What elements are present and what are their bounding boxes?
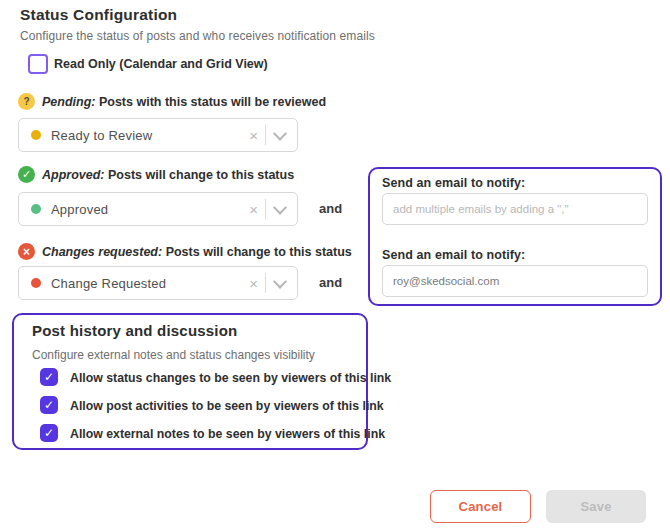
approved-status-select[interactable]: Approved × — [18, 192, 298, 226]
and-connector: and — [319, 275, 342, 290]
changes-requested-description: Posts will change to this status — [162, 245, 352, 259]
pending-status-dot — [31, 130, 41, 140]
post-activities-visibility-label: Allow post activities to be seen by view… — [70, 399, 384, 413]
pending-status-select[interactable]: Ready to Review × — [18, 118, 298, 152]
check-glyph: ✓ — [22, 168, 31, 181]
changes-requested-status-label: Changes requested: Posts will change to … — [42, 245, 352, 259]
checkmark-icon: ✓ — [44, 427, 54, 439]
cross-glyph: × — [23, 245, 30, 259]
clear-icon[interactable]: × — [242, 128, 265, 143]
pending-selected-value: Ready to Review — [51, 128, 242, 143]
approved-selected-value: Approved — [51, 202, 242, 217]
and-connector: and — [319, 201, 342, 216]
read-only-checkbox[interactable] — [28, 54, 48, 74]
read-only-label: Read Only (Calendar and Grid View) — [54, 57, 268, 71]
post-history-panel: Post history and discussion Configure ex… — [12, 313, 368, 450]
changes-requested-status-dot — [31, 278, 41, 288]
clear-icon[interactable]: × — [242, 276, 265, 291]
email-notify-label-approved: Send an email to notify: — [382, 176, 525, 190]
page-subtitle: Configure the status of posts and who re… — [20, 29, 375, 43]
status-changes-visibility-checkbox[interactable]: ✓ — [40, 368, 58, 386]
chevron-down-icon[interactable] — [266, 204, 289, 214]
approved-term: Approved: — [42, 168, 105, 182]
status-changes-visibility-label: Allow status changes to be seen by viewe… — [70, 371, 391, 385]
approved-email-input[interactable] — [382, 193, 648, 225]
clear-icon[interactable]: × — [242, 202, 265, 217]
pending-status-label: Pending: Posts with this status will be … — [42, 95, 326, 109]
chevron-down-icon[interactable] — [266, 278, 289, 288]
approved-status-label: Approved: Posts will change to this stat… — [42, 168, 294, 182]
checkmark-icon: ✓ — [44, 399, 54, 411]
post-activities-visibility-checkbox[interactable]: ✓ — [40, 396, 58, 414]
cancel-button[interactable]: Cancel — [430, 490, 531, 523]
pending-description: Posts with this status will be reviewed — [95, 95, 326, 109]
pending-term: Pending: — [42, 95, 95, 109]
approved-status-dot — [31, 204, 41, 214]
changes-requested-email-input[interactable] — [382, 265, 648, 297]
checkmark-icon: ✓ — [44, 371, 54, 383]
changes-requested-status-select[interactable]: Change Requested × — [18, 266, 298, 300]
external-notes-visibility-label: Allow external notes to be seen by viewe… — [70, 427, 385, 441]
question-icon: ? — [18, 93, 35, 110]
approved-description: Posts will change to this status — [105, 168, 295, 182]
chevron-down-icon[interactable] — [266, 130, 289, 140]
check-circle-icon: ✓ — [18, 166, 35, 183]
save-button[interactable]: Save — [546, 490, 646, 523]
page-title: Status Configuration — [20, 6, 177, 24]
email-notify-panel: Send an email to notify: Send an email t… — [368, 167, 662, 306]
changes-requested-selected-value: Change Requested — [51, 276, 242, 291]
question-glyph: ? — [23, 96, 29, 107]
post-history-subtitle: Configure external notes and status chan… — [32, 348, 315, 362]
email-notify-label-changes: Send an email to notify: — [382, 248, 525, 262]
changes-requested-term: Changes requested: — [42, 245, 162, 259]
post-history-title: Post history and discussion — [32, 322, 237, 339]
external-notes-visibility-checkbox[interactable]: ✓ — [40, 424, 58, 442]
status-configuration-dialog: Status Configuration Configure the statu… — [0, 0, 670, 532]
x-circle-icon: × — [18, 243, 35, 260]
